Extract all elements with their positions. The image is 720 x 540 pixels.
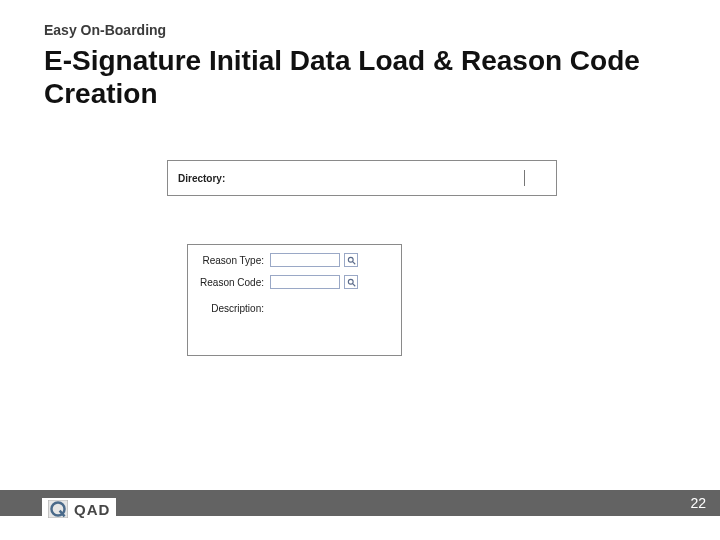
reason-code-label: Reason Code:: [198, 277, 270, 288]
reason-type-input[interactable]: [270, 253, 340, 267]
pretitle: Easy On-Boarding: [44, 22, 166, 38]
directory-label: Directory:: [178, 173, 225, 184]
svg-point-2: [348, 279, 353, 284]
reason-type-lookup-button[interactable]: [344, 253, 358, 267]
reason-code-input[interactable]: [270, 275, 340, 289]
reason-panel: Reason Type: Reason Code: Description:: [187, 244, 402, 356]
reason-type-label: Reason Type:: [198, 255, 270, 266]
reason-code-lookup-button[interactable]: [344, 275, 358, 289]
search-icon: [347, 278, 356, 287]
logo: QAD: [42, 498, 116, 520]
directory-input[interactable]: [231, 173, 521, 189]
search-icon: [347, 256, 356, 265]
field-cursor-mark: [524, 170, 525, 186]
logo-text: QAD: [74, 501, 110, 518]
svg-line-1: [352, 261, 355, 264]
svg-point-0: [348, 257, 353, 262]
page-number: 22: [690, 495, 706, 511]
page-title: E-Signature Initial Data Load & Reason C…: [44, 44, 676, 110]
svg-line-3: [352, 283, 355, 286]
logo-mark-icon: [48, 500, 68, 518]
directory-panel: Directory:: [167, 160, 557, 196]
description-label: Description:: [198, 303, 270, 314]
